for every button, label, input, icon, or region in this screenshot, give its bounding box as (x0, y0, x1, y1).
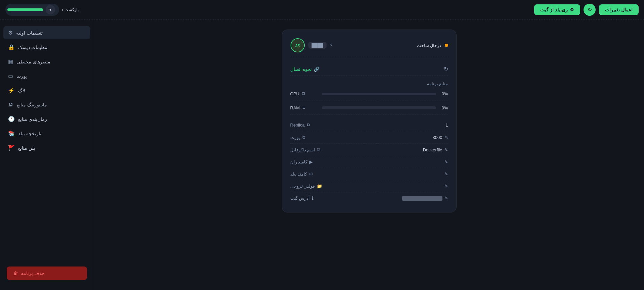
sidebar-label-disk-settings: تنظیمات دیسک (18, 45, 47, 50)
replica-row: 1 ⧉ Replica (290, 119, 448, 131)
build-cmd-left: ✎ (442, 172, 448, 177)
port-label: پورت (290, 135, 300, 140)
toolbar-left: اعمال تغییرات ↻ ⚙ ری‌بیلد از گیت (534, 4, 639, 16)
output-folder-right: 📁 فولدر خروجی (290, 184, 323, 189)
build-cmd-edit-icon[interactable]: ✎ (444, 172, 448, 177)
sidebar-item-logs[interactable]: لاگ ⚡ (3, 84, 90, 97)
cpu-left: 0% (320, 91, 448, 96)
ram-icon: ≡ (302, 105, 305, 110)
ram-percent: 0% (439, 105, 448, 110)
sidebar-item-resource-scheduling[interactable]: زمان‌بندی منابع 🕐 (3, 112, 90, 126)
port-row: ✎ 3000 ⧉ پورت (290, 131, 448, 144)
run-cmd-icon: ▶ (309, 159, 313, 164)
cpu-progress-bg (322, 93, 436, 95)
cpu-percent: 0% (439, 91, 448, 96)
output-folder-left: ✎ (442, 184, 448, 189)
app-name-pill: ████ (308, 42, 327, 49)
sidebar-label-basic-settings: تنظیمات اولیه (16, 30, 43, 36)
card-header: درحال ساخت ? ████ JS (290, 38, 448, 57)
port-value: 3000 (433, 135, 442, 140)
cpu-copy-icon[interactable]: ⧉ (302, 91, 305, 97)
delete-app-button[interactable]: حذف برنامه 🗑 (7, 267, 87, 280)
sidebar-item-build-history[interactable]: تاریخچه بیلد 📚 (3, 127, 90, 140)
rebuild-button[interactable]: ⚙ ری‌بیلد از گیت (534, 4, 580, 15)
run-cmd-edit-icon[interactable]: ✎ (444, 159, 448, 164)
sidebar-label-logs: لاگ (18, 88, 25, 93)
svg-text:JS: JS (295, 43, 300, 48)
lightning-icon: ⚡ (8, 87, 15, 94)
ram-row: 0% ≡ RAM (290, 105, 448, 115)
build-cmd-row: ✎ ⚙ کامند بیلد (290, 168, 448, 180)
sidebar-footer: حذف برنامه 🗑 (3, 263, 90, 283)
monitor-icon: 🖥 (8, 102, 13, 108)
apply-changes-button[interactable]: اعمال تغییرات (599, 4, 639, 15)
sidebar-label-resource-plan: پلن منابع (18, 145, 35, 151)
connection-refresh-icon[interactable]: ↻ (444, 66, 448, 72)
replica-right: ⧉ Replica (290, 122, 310, 128)
connection-row: ↻ 🔗 نحوه اتصال (290, 62, 448, 76)
git-address-edit-icon[interactable]: ✎ (444, 196, 448, 201)
run-cmd-right: ▶ کامند ران (290, 159, 313, 164)
sidebar-item-env-vars[interactable]: متغیرهای محیطی ▦ (3, 55, 90, 68)
sidebar-item-basic-settings[interactable]: تنظیمات اولیه ⚙ (3, 26, 90, 39)
card-header-left: درحال ساخت (417, 43, 448, 48)
toolbar-right: بازگشت › ▾ (5, 4, 79, 16)
sidebar-item-resource-monitoring[interactable]: مانیتورینگ منابع 🖥 (3, 98, 90, 111)
cpu-right: ⧉ CPU (290, 91, 320, 97)
ram-right: ≡ RAM (290, 105, 320, 110)
replica-left: 1 (445, 123, 448, 128)
toolbar: اعمال تغییرات ↻ ⚙ ری‌بیلد از گیت بازگشت … (0, 0, 644, 19)
dockerfile-value: Dockerfile (423, 147, 442, 152)
run-cmd-row: ✎ ▶ کامند ران (290, 156, 448, 168)
dockerfile-label: اسم داکرفایل (290, 147, 315, 152)
git-address-right: ℹ آدرس گیت (290, 196, 314, 201)
dockerfile-right: ⧉ اسم داکرفایل (290, 147, 320, 152)
build-cmd-label: کامند بیلد (290, 172, 307, 177)
settings-icon: ⚙ (8, 30, 13, 36)
dropdown-arrow[interactable]: ▾ (46, 5, 55, 14)
git-address-info-icon[interactable]: ℹ (312, 196, 313, 201)
ram-left: 0% (320, 105, 448, 110)
run-cmd-left: ✎ (442, 159, 448, 164)
env-icon: ▦ (8, 58, 13, 65)
back-link[interactable]: بازگشت › (62, 7, 79, 12)
nodejs-icon: JS (290, 38, 305, 53)
card-header-right: ? ████ JS (290, 38, 333, 53)
refresh-button[interactable]: ↻ (584, 4, 596, 16)
git-address-row: ✎ ℹ آدرس گیت (290, 192, 448, 204)
dockerfile-left: ✎ Dockerfile (423, 147, 448, 152)
book-icon: 📚 (8, 130, 15, 137)
port-right: ⧉ پورت (290, 135, 305, 140)
ram-label: RAM (290, 105, 300, 110)
dockerfile-row: ✎ Dockerfile ⧉ اسم داکرفایل (290, 144, 448, 156)
build-cmd-icon: ⚙ (309, 172, 313, 177)
info-icon[interactable]: ? (330, 43, 333, 48)
sidebar-item-resource-plan[interactable]: پلن منابع 🚩 (3, 141, 90, 154)
lock-icon: 🔒 (8, 44, 15, 50)
git-address-blurred (402, 196, 442, 201)
sidebar-item-disk-settings[interactable]: تنظیمات دیسک 🔒 (3, 41, 90, 54)
dockerfile-edit-icon[interactable]: ✎ (444, 147, 448, 152)
port-edit-icon[interactable]: ✎ (444, 135, 448, 140)
building-status-text: درحال ساخت (417, 43, 441, 48)
port-copy-icon[interactable]: ⧉ (302, 135, 305, 140)
main-layout: درحال ساخت ? ████ JS ↻ 🔗 نحوه اتصال (0, 19, 644, 290)
sidebar-item-ports[interactable]: پورت ▭ (3, 69, 90, 83)
ram-progress-bg (322, 106, 436, 109)
output-folder-edit-icon[interactable]: ✎ (444, 184, 448, 189)
replica-copy-icon[interactable]: ⧉ (307, 122, 310, 128)
sidebar-label-ports: پورت (16, 74, 27, 79)
content-area: درحال ساخت ? ████ JS ↻ 🔗 نحوه اتصال (94, 19, 644, 290)
git-address-left: ✎ (402, 196, 448, 201)
trash-icon: 🗑 (13, 271, 18, 276)
replica-label: Replica (290, 123, 305, 128)
output-folder-label: فولدر خروجی (290, 184, 315, 189)
dockerfile-copy-icon[interactable]: ⧉ (317, 147, 320, 152)
status-bar-mini (7, 8, 43, 11)
cpu-row: 0% ⧉ CPU (290, 91, 448, 101)
sidebar-label-resource-scheduling: زمان‌بندی منابع (18, 116, 47, 122)
sidebar-label-env-vars: متغیرهای محیطی (16, 59, 50, 64)
status-pill: ▾ (5, 4, 59, 16)
connection-link[interactable]: 🔗 نحوه اتصال (290, 66, 320, 72)
output-folder-row: ✎ 📁 فولدر خروجی (290, 180, 448, 192)
